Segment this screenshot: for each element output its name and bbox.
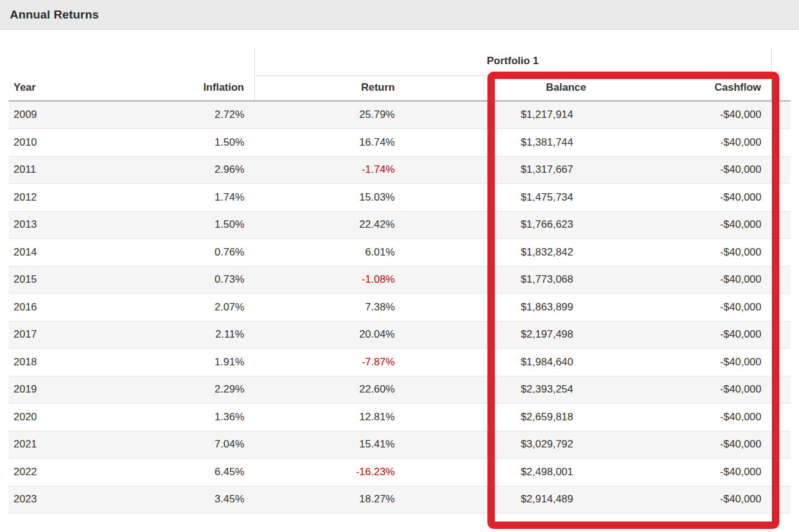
row-spacer-cell [771,376,790,404]
return-cell: -7.87% [254,349,400,376]
year-cell: 2016 [9,294,132,322]
cashflow-cell: -$40,000 [594,431,771,459]
row-spacer-cell [771,294,790,322]
year-cell: 2019 [9,376,132,404]
return-cell: 6.01% [254,239,400,267]
balance-cell: $1,217,914 [400,101,594,129]
table-row: 2015 0.73% -1.08% $1,773,068 -$40,000 [9,266,790,294]
row-spacer-cell [771,431,790,459]
column-header-inflation: Inflation [132,75,254,101]
inflation-cell: 2.72% [132,101,254,129]
row-spacer-cell [771,266,790,294]
inflation-cell: 3.45% [132,486,254,513]
row-spacer-cell [771,404,790,431]
cashflow-cell: -$40,000 [594,349,771,376]
cashflow-cell: -$40,000 [594,129,771,157]
balance-cell: $2,498,001 [400,459,594,486]
return-cell: 15.03% [254,184,400,212]
year-cell: 2015 [9,266,132,294]
inflation-cell: 7.04% [132,431,254,459]
year-cell: 2020 [9,404,132,431]
portfolio-group-header-row: Portfolio 1 [9,48,790,75]
year-cell: 2011 [9,156,132,184]
balance-cell: $1,475,734 [400,184,594,212]
return-cell: 7.38% [254,294,400,322]
page-title: Annual Returns [10,8,99,22]
balance-cell: $2,914,489 [400,486,594,513]
cashflow-cell: -$40,000 [594,266,771,294]
column-header-year: Year [9,75,132,101]
portfolio-group-label: Portfolio 1 [254,48,771,75]
balance-cell: $1,863,899 [400,294,594,322]
year-cell: 2014 [9,239,132,267]
balance-cell: $1,766,623 [400,211,594,239]
balance-cell: $1,773,068 [400,266,594,294]
annual-returns-table-container: Portfolio 1 Year Inflation Return Balanc… [9,48,790,513]
group-header-spacer [771,48,790,75]
inflation-cell: 2.96% [132,156,254,184]
cashflow-cell: -$40,000 [594,321,771,349]
table-body: 2009 2.72% 25.79% $1,217,914 -$40,000 20… [9,101,790,513]
year-cell: 2017 [9,321,132,349]
inflation-cell: 0.76% [132,239,254,267]
section-title-bar: Annual Returns [0,0,799,30]
table-row: 2021 7.04% 15.41% $3,029,792 -$40,000 [9,431,790,459]
table-row: 2019 2.29% 22.60% $2,393,254 -$40,000 [9,376,790,404]
year-cell: 2010 [9,129,132,157]
column-header-return: Return [254,75,400,101]
cashflow-cell: -$40,000 [594,294,771,322]
year-cell: 2013 [9,211,132,239]
row-spacer-cell [771,349,790,376]
year-cell: 2022 [9,459,132,486]
balance-cell: $1,984,640 [400,349,594,376]
return-cell: 16.74% [254,129,400,157]
table-row: 2022 6.45% -16.23% $2,498,001 -$40,000 [9,459,790,486]
year-cell: 2012 [9,184,132,212]
row-spacer-cell [771,184,790,212]
table-row: 2011 2.96% -1.74% $1,317,667 -$40,000 [9,156,790,184]
cashflow-cell: -$40,000 [594,239,771,267]
inflation-cell: 1.50% [132,211,254,239]
return-cell: 15.41% [254,431,400,459]
cashflow-cell: -$40,000 [594,486,771,513]
return-cell: 22.42% [254,211,400,239]
table-row: 2016 2.07% 7.38% $1,863,899 -$40,000 [9,294,790,322]
column-header-cashflow: Cashflow [594,75,771,101]
year-cell: 2023 [9,486,132,513]
row-spacer-cell [771,459,790,486]
inflation-cell: 1.74% [132,184,254,212]
table-row: 2010 1.50% 16.74% $1,381,744 -$40,000 [9,129,790,157]
return-cell: 12.81% [254,404,400,431]
cashflow-cell: -$40,000 [594,101,771,129]
balance-cell: $1,381,744 [400,129,594,157]
cashflow-cell: -$40,000 [594,211,771,239]
inflation-cell: 2.07% [132,294,254,322]
return-cell: 22.60% [254,376,400,404]
row-spacer-cell [771,129,790,157]
row-spacer-cell [771,486,790,513]
return-cell: -1.74% [254,156,400,184]
table-row: 2009 2.72% 25.79% $1,217,914 -$40,000 [9,101,790,129]
cashflow-cell: -$40,000 [594,376,771,404]
table-row: 2013 1.50% 22.42% $1,766,623 -$40,000 [9,211,790,239]
year-cell: 2018 [9,349,132,376]
table-row: 2014 0.76% 6.01% $1,832,842 -$40,000 [9,239,790,267]
year-cell: 2021 [9,431,132,459]
inflation-cell: 0.73% [132,266,254,294]
row-spacer-cell [771,321,790,349]
return-cell: -16.23% [254,459,400,486]
table-row: 2012 1.74% 15.03% $1,475,734 -$40,000 [9,184,790,212]
inflation-cell: 1.50% [132,129,254,157]
row-spacer-cell [771,211,790,239]
column-header-row: Year Inflation Return Balance Cashflow [9,75,790,101]
cashflow-cell: -$40,000 [594,184,771,212]
row-spacer-cell [771,101,790,129]
inflation-cell: 1.91% [132,349,254,376]
balance-cell: $1,832,842 [400,239,594,267]
row-spacer-cell [771,239,790,267]
year-cell: 2009 [9,101,132,129]
annual-returns-table: Portfolio 1 Year Inflation Return Balanc… [9,48,790,513]
row-spacer-cell [771,156,790,184]
inflation-cell: 6.45% [132,459,254,486]
table-row: 2023 3.45% 18.27% $2,914,489 -$40,000 [9,486,790,513]
